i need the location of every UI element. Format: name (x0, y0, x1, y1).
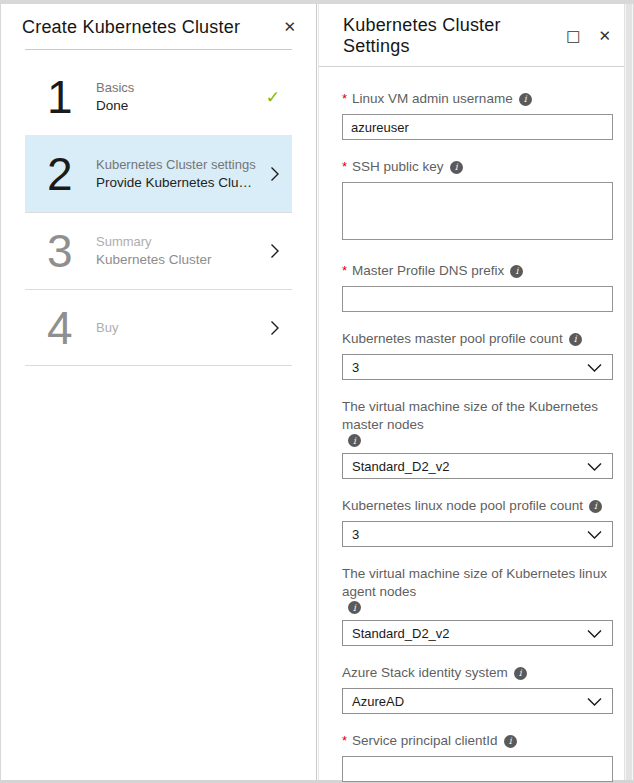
info-icon[interactable]: i (504, 735, 517, 748)
kubernetes-linux-node-pool-profile-count-dropdown[interactable]: 3 (342, 521, 613, 547)
field-label-text: Azure Stack identity system (342, 664, 508, 682)
field-label: *Master Profile DNS prefixi (342, 262, 613, 280)
info-icon[interactable]: i (348, 434, 361, 447)
wizard-panel: Create Kubernetes Cluster ✕ 1BasicsDone✓… (1, 4, 317, 780)
chevron-right-icon (270, 320, 280, 336)
field-label-text: Service principal clientId (352, 732, 498, 750)
chevron-right-icon (270, 166, 280, 182)
linux-vm-admin-username-input[interactable] (342, 114, 613, 140)
dropdown-selected-value: AzureAD (352, 694, 587, 709)
field-label-text: Kubernetes linux node pool profile count (342, 497, 583, 515)
dropdown-selected-value: Standard_D2_v2 (352, 459, 587, 474)
settings-panel: Kubernetes Cluster Settings □ ✕ *Linux V… (318, 4, 633, 780)
required-asterisk: * (342, 90, 347, 108)
form-field-master-profile-dns-prefix: *Master Profile DNS prefixi (342, 262, 613, 312)
chevron-down-icon (587, 530, 602, 539)
kubernetes-master-pool-profile-count-dropdown[interactable]: 3 (342, 354, 613, 380)
step-text: Buy (96, 319, 118, 337)
step-number: 2 (47, 151, 85, 197)
field-label: *Linux VM admin usernamei (342, 90, 613, 108)
field-label-text: The virtual machine size of Kubernetes l… (342, 565, 613, 601)
maximize-icon[interactable]: □ (564, 27, 582, 46)
step-title: Kubernetes Cluster settings (96, 156, 258, 174)
field-label: Azure Stack identity systemi (342, 664, 613, 682)
step-text: Kubernetes Cluster settingsProvide Kuber… (96, 156, 258, 192)
chevron-down-icon (587, 462, 602, 471)
form-field-kubernetes-linux-node-pool-profile-count: Kubernetes linux node pool profile count… (342, 497, 613, 547)
field-label-text: Kubernetes master pool profile count (342, 330, 563, 348)
wizard-step-kubernetes-cluster-settings[interactable]: 2Kubernetes Cluster settingsProvide Kube… (25, 135, 292, 212)
chevron-down-icon (587, 629, 602, 638)
step-trailing (270, 320, 280, 336)
step-number: 3 (47, 228, 85, 274)
info-icon[interactable]: i (514, 667, 527, 680)
step-text: SummaryKubernetes Cluster (96, 233, 212, 269)
service-principal-clientid-input[interactable] (342, 756, 613, 782)
field-label: Kubernetes linux node pool profile count… (342, 497, 613, 515)
field-label: The virtual machine size of Kubernetes l… (342, 565, 613, 614)
step-done-check-icon: ✓ (266, 87, 280, 107)
step-subtitle: Kubernetes Cluster (96, 251, 212, 269)
info-icon[interactable]: i (348, 601, 361, 614)
step-text: BasicsDone (96, 79, 134, 115)
form-field-the-virtual-machine-size-of-the-kubernetes-master-nodes: The virtual machine size of the Kubernet… (342, 398, 613, 479)
chevron-right-icon (270, 243, 280, 259)
form-field-linux-vm-admin-username: *Linux VM admin usernamei (342, 90, 613, 140)
step-trailing (270, 166, 280, 182)
chevron-down-icon (587, 697, 602, 706)
field-label: *Service principal clientIdi (342, 732, 613, 750)
wizard-panel-title: Create Kubernetes Cluster (22, 17, 281, 38)
required-asterisk: * (342, 732, 347, 750)
azure-stack-identity-system-dropdown[interactable]: AzureAD (342, 688, 613, 714)
required-asterisk: * (342, 262, 347, 280)
info-icon[interactable]: i (510, 265, 523, 278)
field-label-text: The virtual machine size of the Kubernet… (342, 398, 613, 434)
info-icon[interactable]: i (450, 161, 463, 174)
the-virtual-machine-size-of-kubernetes-linux-agent-nodes-dropdown[interactable]: Standard_D2_v2 (342, 620, 613, 646)
dropdown-selected-value: 3 (352, 527, 587, 542)
field-label-text: Linux VM admin username (352, 90, 513, 108)
field-label-text: SSH public key (352, 158, 444, 176)
wizard-panel-header: Create Kubernetes Cluster ✕ (1, 4, 316, 49)
step-subtitle: Provide Kubernetes Cluster settin... (96, 174, 258, 192)
step-title: Buy (96, 319, 118, 337)
wizard-step-basics[interactable]: 1BasicsDone✓ (25, 58, 292, 135)
dropdown-selected-value: Standard_D2_v2 (352, 626, 587, 641)
wizard-step-summary[interactable]: 3SummaryKubernetes Cluster (25, 212, 292, 289)
step-subtitle: Done (96, 97, 134, 115)
required-asterisk: * (342, 158, 347, 176)
step-trailing: ✓ (266, 87, 280, 107)
create-kubernetes-cluster-window: Create Kubernetes Cluster ✕ 1BasicsDone✓… (0, 0, 634, 783)
dropdown-selected-value: 3 (352, 360, 587, 375)
master-profile-dns-prefix-input[interactable] (342, 286, 613, 312)
wizard-step-buy[interactable]: 4Buy (25, 289, 292, 366)
info-icon[interactable]: i (589, 500, 602, 513)
form-field-kubernetes-master-pool-profile-count: Kubernetes master pool profile counti3 (342, 330, 613, 380)
settings-panel-header: Kubernetes Cluster Settings □ ✕ (319, 4, 633, 67)
step-trailing (270, 243, 280, 259)
form-field-the-virtual-machine-size-of-kubernetes-linux-agent-nodes: The virtual machine size of Kubernetes l… (342, 565, 613, 646)
the-virtual-machine-size-of-the-kubernetes-master-nodes-dropdown[interactable]: Standard_D2_v2 (342, 453, 613, 479)
settings-form: *Linux VM admin usernamei*SSH public key… (319, 67, 633, 783)
scrollbar-thumb[interactable] (626, 4, 632, 780)
chevron-down-icon (587, 363, 602, 372)
field-label: *SSH public keyi (342, 158, 613, 176)
scrollbar[interactable] (624, 4, 633, 780)
form-field-ssh-public-key: *SSH public keyi (342, 158, 613, 244)
field-label: The virtual machine size of the Kubernet… (342, 398, 613, 447)
header-divider (25, 49, 292, 50)
close-icon[interactable]: ✕ (596, 27, 613, 46)
info-icon[interactable]: i (519, 93, 532, 106)
field-label: Kubernetes master pool profile counti (342, 330, 613, 348)
form-field-azure-stack-identity-system: Azure Stack identity systemiAzureAD (342, 664, 613, 714)
info-icon[interactable]: i (569, 333, 582, 346)
step-number: 4 (47, 305, 85, 351)
ssh-public-key-textarea[interactable] (342, 182, 613, 240)
close-icon[interactable]: ✕ (281, 18, 298, 37)
field-label-text: Master Profile DNS prefix (352, 262, 504, 280)
wizard-steps-list: 1BasicsDone✓2Kubernetes Cluster settings… (25, 58, 292, 366)
step-number: 1 (47, 74, 85, 120)
step-title: Summary (96, 233, 212, 251)
form-field-service-principal-clientid: *Service principal clientIdi (342, 732, 613, 782)
step-title: Basics (96, 79, 134, 97)
